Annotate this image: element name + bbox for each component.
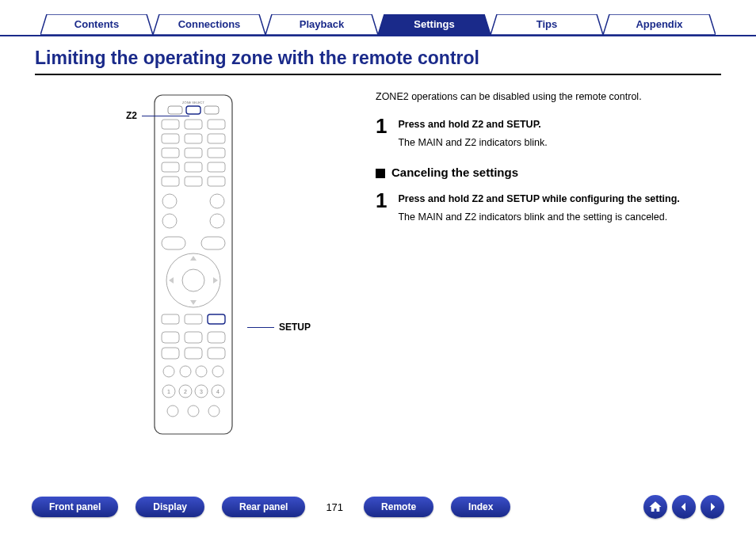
subheading-text: Canceling the settings: [391, 164, 518, 182]
home-icon[interactable]: [643, 495, 667, 519]
top-tab-bar: Contents Connections Playback Settings T…: [0, 0, 756, 36]
step-1: 1 Press and hold Z2 and SETUP. The MAIN …: [376, 116, 721, 150]
content-area: Z2 SETUP ZONE SELECT: [0, 80, 756, 435]
prev-page-icon[interactable]: [672, 495, 696, 519]
tab-label: Tips: [536, 18, 558, 30]
callout-z2-label: Z2: [126, 110, 137, 121]
rear-panel-button[interactable]: Rear panel: [222, 497, 305, 517]
callout-z2: Z2: [126, 110, 189, 121]
step-number: 1: [376, 116, 387, 150]
tab-label: Settings: [414, 18, 454, 30]
next-page-icon[interactable]: [701, 495, 724, 519]
callout-setup: SETUP: [247, 322, 311, 333]
svg-text:4: 4: [216, 389, 220, 394]
svg-rect-0: [155, 95, 232, 434]
tab-appendix[interactable]: Appendix: [603, 14, 716, 35]
svg-text:2: 2: [184, 389, 187, 394]
index-button[interactable]: Index: [451, 497, 510, 517]
remote-illustration-column: Z2 SETUP ZONE SELECT: [35, 86, 352, 435]
tab-label: Connections: [178, 18, 241, 30]
tab-connections[interactable]: Connections: [153, 14, 265, 35]
step-title: Press and hold Z2 and SETUP.: [398, 117, 721, 132]
intro-text: ZONE2 operations can be disabled using t…: [376, 89, 721, 105]
square-bullet-icon: [376, 169, 385, 178]
tab-settings[interactable]: Settings: [378, 14, 491, 35]
remote-button[interactable]: Remote: [364, 497, 433, 517]
page-number: 171: [323, 501, 346, 513]
tab-label: Contents: [74, 18, 119, 30]
step-cancel-1: 1 Press and hold Z2 and SETUP while conf…: [376, 190, 721, 225]
svg-text:ZONE SELECT: ZONE SELECT: [182, 101, 204, 105]
subheading: Canceling the settings: [376, 164, 721, 182]
tab-tips[interactable]: Tips: [491, 14, 603, 35]
svg-text:1: 1: [167, 389, 170, 394]
tab-label: Playback: [300, 18, 344, 30]
tab-label: Appendix: [636, 18, 682, 30]
remote-control-illustration: ZONE SELECT: [154, 94, 233, 435]
svg-text:3: 3: [200, 389, 203, 394]
step-body-text: The MAIN and Z2 indicators blink and the…: [398, 210, 721, 225]
tab-contents[interactable]: Contents: [40, 14, 153, 35]
instructions-column: ZONE2 operations can be disabled using t…: [376, 86, 721, 435]
step-title: Press and hold Z2 and SETUP while config…: [398, 192, 721, 207]
callout-setup-label: SETUP: [279, 322, 311, 333]
step-number: 1: [376, 190, 387, 225]
front-panel-button[interactable]: Front panel: [32, 497, 118, 517]
bottom-nav-bar: Front panel Display Rear panel 171 Remot…: [0, 495, 756, 519]
tab-playback[interactable]: Playback: [265, 14, 378, 35]
display-button[interactable]: Display: [136, 497, 204, 517]
page-title: Limiting the operating zone with the rem…: [35, 48, 721, 75]
step-body-text: The MAIN and Z2 indicators blink.: [398, 135, 721, 150]
